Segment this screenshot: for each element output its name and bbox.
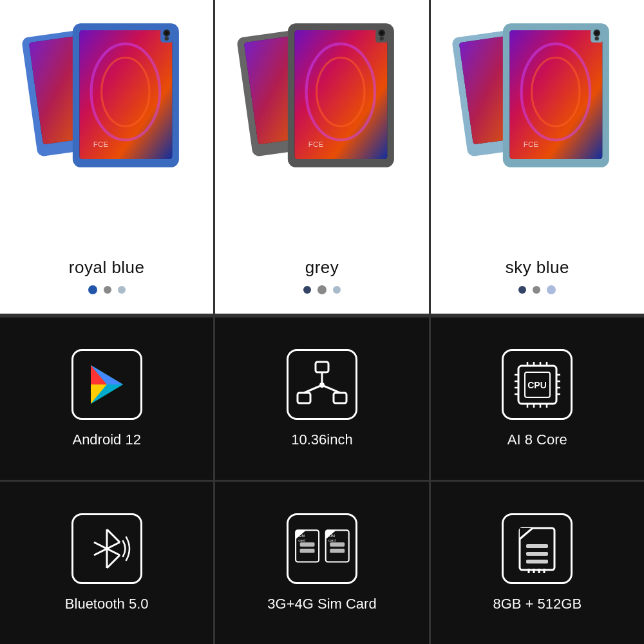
feature-label: 8GB + 512GB [493,596,582,612]
color-dot[interactable] [518,286,526,294]
feature-label: Android 12 [72,431,140,448]
svg-rect-97 [526,552,548,556]
svg-line-55 [322,385,340,393]
svg-text:FCE: FCE [524,140,539,148]
tablet-image: FCE [441,6,633,225]
color-card-grey[interactable]: FCE grey [215,0,430,314]
color-variants-row: FCE royal blue [0,0,644,316]
svg-rect-96 [526,544,548,548]
svg-text:FCE: FCE [93,140,108,148]
color-dots[interactable] [88,285,126,294]
svg-text:card: card [298,538,305,542]
feature-cell-bluetooth: Bluetooth 5.0 [0,482,215,644]
tablet-image: FCE [226,6,418,225]
feature-label: AI 8 Core [507,431,567,448]
bluetooth-icon-box [71,513,142,584]
svg-rect-98 [526,560,548,564]
svg-text:SIM: SIM [298,534,305,538]
feature-cell-simcard: SIM card SIM card 3G+4G Sim Card [215,482,430,644]
svg-rect-90 [330,549,345,553]
svg-line-77 [107,529,120,542]
svg-point-29 [379,36,383,40]
svg-point-14 [164,36,168,40]
feature-cell-network: 10.36inch [215,317,430,480]
feature-cell-storage: 8GB + 512GB [431,482,644,644]
playstore-icon-box [71,349,142,420]
svg-point-43 [595,31,598,34]
color-dot[interactable] [303,286,311,294]
feature-label: 3G+4G Sim Card [267,596,376,612]
feature-label: 10.36inch [291,431,352,448]
color-name: sky blue [506,258,569,278]
svg-rect-89 [330,542,345,547]
svg-rect-84 [300,549,315,553]
simcard-icon-box: SIM card SIM card [287,513,357,584]
svg-line-54 [304,385,322,393]
color-name: royal blue [69,258,145,278]
features-row-1: Android 12 10.36inch CPU [0,316,644,480]
color-card-sky-blue[interactable]: FCE sky blue [431,0,644,314]
tablet-image: FCE [11,6,203,225]
color-dots[interactable] [518,285,556,294]
color-dot[interactable] [118,286,126,294]
network-icon-box [287,349,357,420]
svg-rect-52 [334,393,346,403]
svg-point-44 [595,36,599,40]
svg-point-28 [380,31,383,34]
features-section: Android 12 10.36inch CPU [0,316,644,644]
svg-text:card: card [328,538,336,542]
storage-icon-box [502,513,573,584]
color-dot[interactable] [547,285,556,294]
svg-point-13 [165,31,168,34]
svg-text:FCE: FCE [308,140,324,148]
color-dot[interactable] [88,285,97,294]
feature-cell-playstore: Android 12 [0,317,215,480]
svg-rect-51 [298,393,310,403]
feature-cell-cpu: CPU AI 8 Core [431,317,644,480]
svg-line-79 [107,555,120,568]
svg-rect-83 [300,542,315,547]
color-name: grey [305,258,339,278]
color-dot[interactable] [333,286,341,294]
color-dot[interactable] [104,286,111,294]
svg-text:SIM: SIM [328,534,335,538]
feature-label: Bluetooth 5.0 [65,596,149,612]
svg-rect-50 [316,362,328,372]
color-dots[interactable] [303,285,341,294]
color-dot[interactable] [533,286,540,294]
color-dot[interactable] [317,285,327,294]
svg-point-56 [319,383,325,388]
cpu-icon-box: CPU [502,349,573,420]
svg-text:CPU: CPU [527,380,547,390]
features-row-2: Bluetooth 5.0 SIM card SIM card 3G+4G Si… [0,480,644,644]
color-card-royal-blue[interactable]: FCE royal blue [0,0,215,314]
